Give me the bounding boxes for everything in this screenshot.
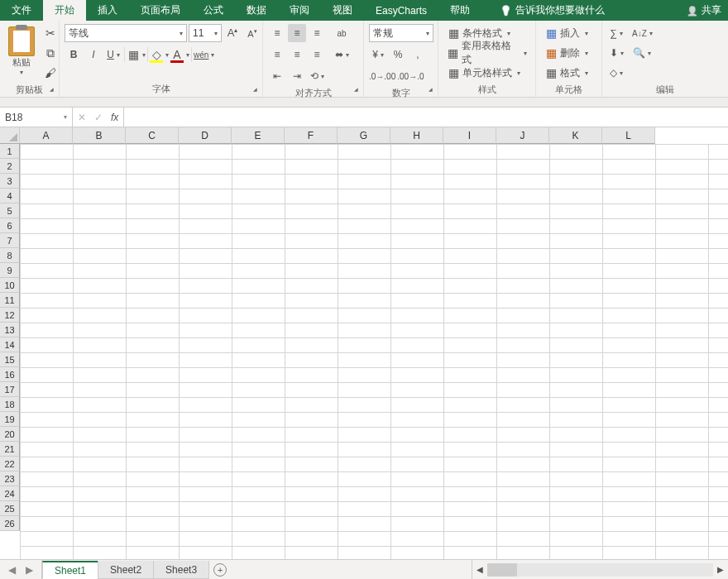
borders-button[interactable]: ▦ — [127, 45, 146, 64]
number-format-combo[interactable]: 常规▾ — [369, 24, 433, 42]
format-as-table-button[interactable]: ▦套用表格格式 — [443, 44, 530, 62]
comma-button[interactable]: , — [409, 45, 427, 64]
row-header[interactable]: 23 — [0, 471, 20, 486]
enter-formula-button[interactable]: ✓ — [94, 112, 103, 123]
paste-button[interactable]: 粘贴 ▾ — [5, 24, 38, 79]
tab-easycharts[interactable]: EasyCharts — [364, 0, 438, 21]
font-size-combo[interactable]: 11▾ — [189, 24, 222, 42]
tab-insert[interactable]: 插入 — [86, 0, 129, 21]
decrease-indent-button[interactable]: ⇤ — [268, 67, 286, 85]
align-center-button[interactable]: ≡ — [288, 45, 306, 64]
row-header[interactable]: 1 — [0, 144, 20, 159]
clipboard-dialog-launcher[interactable] — [46, 84, 57, 95]
row-header[interactable]: 8 — [0, 248, 20, 263]
copy-button[interactable]: ⧉ — [41, 44, 60, 62]
delete-cells-button[interactable]: ▦删除 — [541, 44, 592, 62]
align-top-button[interactable]: ≡ — [268, 24, 286, 42]
tab-home[interactable]: 开始 — [43, 0, 86, 21]
column-header[interactable]: F — [285, 127, 338, 144]
cells-area[interactable] — [20, 144, 728, 559]
column-header[interactable]: C — [126, 127, 179, 144]
new-sheet-button[interactable]: + — [208, 560, 232, 579]
sheet-tab-1[interactable]: Sheet1 — [42, 561, 98, 579]
increase-indent-button[interactable]: ⇥ — [288, 67, 306, 85]
row-header[interactable]: 4 — [0, 189, 20, 203]
sheet-tab-3[interactable]: Sheet3 — [153, 561, 209, 579]
column-header[interactable]: L — [602, 127, 655, 144]
bold-button[interactable]: B — [65, 45, 83, 64]
sheet-nav-next[interactable]: ▶ — [26, 564, 33, 576]
decrease-font-button[interactable]: A▾ — [243, 24, 261, 42]
row-header[interactable]: 16 — [0, 367, 20, 382]
orientation-button[interactable]: ⟲ — [308, 67, 326, 85]
phonetic-button[interactable]: wén — [194, 45, 214, 64]
tab-formulas[interactable]: 公式 — [192, 0, 235, 21]
row-header[interactable]: 2 — [0, 159, 20, 174]
sheet-tab-2[interactable]: Sheet2 — [98, 561, 154, 579]
row-header[interactable]: 12 — [0, 308, 20, 323]
tab-review[interactable]: 审阅 — [278, 0, 321, 21]
column-header[interactable]: D — [179, 127, 232, 144]
fill-button[interactable]: ⬇ — [607, 44, 625, 62]
column-header[interactable]: I — [443, 127, 496, 144]
row-header[interactable]: 13 — [0, 323, 20, 337]
cut-button[interactable]: ✂ — [41, 24, 60, 42]
formula-input[interactable] — [124, 108, 728, 127]
row-header[interactable]: 10 — [0, 278, 20, 293]
cell-styles-button[interactable]: ▦单元格样式 — [443, 64, 524, 82]
row-header[interactable]: 21 — [0, 442, 20, 457]
wrap-text-button[interactable]: ab — [333, 24, 351, 42]
row-header[interactable]: 14 — [0, 337, 20, 352]
row-header[interactable]: 25 — [0, 501, 20, 516]
row-header[interactable]: 26 — [0, 516, 20, 531]
column-header[interactable]: G — [338, 127, 390, 144]
fill-color-button[interactable]: ◇ — [150, 45, 169, 64]
scroll-thumb[interactable] — [487, 563, 517, 577]
font-color-button[interactable]: A — [170, 45, 189, 64]
find-select-button[interactable]: 🔍 — [632, 44, 653, 62]
underline-button[interactable]: U — [104, 45, 122, 64]
decrease-decimal-button[interactable]: .00→.0 — [397, 67, 424, 85]
font-name-combo[interactable]: 等线▾ — [65, 24, 187, 42]
increase-font-button[interactable]: A▴ — [223, 24, 242, 42]
name-box[interactable]: B18 ▾ — [0, 108, 73, 127]
accounting-format-button[interactable]: ¥ — [369, 45, 387, 64]
format-painter-button[interactable]: 🖌 — [41, 64, 60, 82]
align-left-button[interactable]: ≡ — [268, 45, 286, 64]
align-right-button[interactable]: ≡ — [308, 45, 326, 64]
row-header[interactable]: 15 — [0, 352, 20, 367]
row-header[interactable]: 19 — [0, 412, 20, 427]
row-header[interactable]: 22 — [0, 457, 20, 471]
cancel-formula-button[interactable]: ✕ — [78, 112, 86, 123]
column-header[interactable]: A — [20, 127, 73, 144]
column-header[interactable]: E — [232, 127, 285, 144]
row-header[interactable]: 17 — [0, 382, 20, 397]
merge-center-button[interactable]: ⬌ — [333, 45, 351, 64]
italic-button[interactable]: I — [84, 45, 103, 64]
horizontal-scrollbar[interactable]: ◀ ▶ — [472, 560, 728, 579]
column-header[interactable]: B — [73, 127, 126, 144]
align-middle-button[interactable]: ≡ — [288, 24, 306, 42]
scroll-left-button[interactable]: ◀ — [472, 565, 487, 574]
select-all-corner[interactable] — [0, 127, 20, 144]
row-header[interactable]: 9 — [0, 263, 20, 278]
insert-function-button[interactable]: fx — [111, 112, 118, 123]
row-header[interactable]: 3 — [0, 174, 20, 189]
font-dialog-launcher[interactable] — [249, 84, 261, 95]
row-header[interactable]: 6 — [0, 218, 20, 233]
insert-cells-button[interactable]: ▦插入 — [541, 24, 592, 42]
alignment-dialog-launcher[interactable] — [350, 84, 362, 95]
row-header[interactable]: 18 — [0, 397, 20, 412]
sort-filter-button[interactable]: A↓Z — [632, 24, 653, 42]
tab-help[interactable]: 帮助 — [438, 0, 481, 21]
sheet-nav-prev[interactable]: ◀ — [8, 564, 16, 576]
row-header[interactable]: 5 — [0, 203, 20, 218]
row-header[interactable]: 24 — [0, 486, 20, 501]
align-bottom-button[interactable]: ≡ — [308, 24, 326, 42]
increase-decimal-button[interactable]: .0→.00 — [369, 67, 395, 85]
number-dialog-launcher[interactable] — [424, 84, 436, 95]
tab-view[interactable]: 视图 — [321, 0, 364, 21]
scroll-right-button[interactable]: ▶ — [713, 565, 728, 574]
column-header[interactable]: H — [390, 127, 443, 144]
autosum-button[interactable]: ∑ — [607, 24, 625, 42]
